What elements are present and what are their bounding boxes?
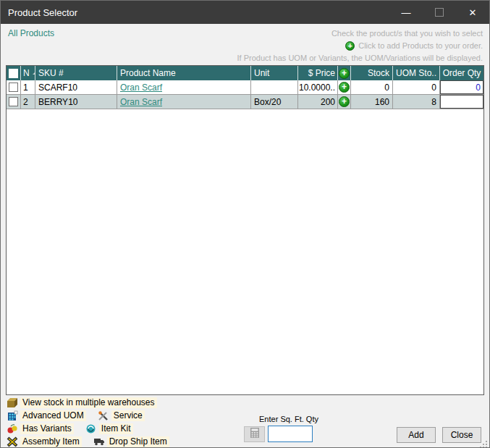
product-link[interactable]: Oran Scarf (120, 83, 162, 93)
legend-item-advanced-uom: Advanced UOM (7, 410, 86, 421)
legend-row: View stock in multiple warehouses (7, 396, 169, 409)
add-button[interactable]: Add (397, 427, 436, 443)
row-sku-cell: SCARF10 (35, 80, 117, 94)
instruction-line-2-text: Click to add Products to your order. (358, 40, 483, 52)
row-add-cell (338, 95, 351, 109)
legend-item-has-variants: Has Variants (7, 423, 74, 434)
product-link[interactable]: Oran Scarf (120, 97, 162, 107)
row-unit-cell (251, 80, 298, 94)
instruction-line-2: Click to add Products to your order. (237, 40, 483, 52)
minimize-icon: — (402, 7, 411, 18)
order-qty-input[interactable] (440, 80, 483, 94)
close-icon: ✕ (469, 7, 477, 18)
grid-header-row: N SKU # Product Name Unit $ Price Stock … (7, 66, 483, 80)
legend-label: Assembly Item (20, 436, 82, 447)
row-num-cell: 2 (21, 95, 35, 109)
row-uom-stock-cell: 0 (393, 80, 440, 94)
legend-row: Has Variants Item Kit (7, 422, 169, 435)
instruction-line-3: If Product has UOM or Variants, the UOM/… (237, 52, 483, 64)
select-all-header[interactable] (7, 66, 21, 80)
legend-label: Item Kit (99, 423, 133, 434)
column-header-add (338, 66, 351, 80)
legend-label: Service (111, 410, 145, 421)
product-grid: N SKU # Product Name Unit $ Price Stock … (6, 65, 484, 395)
row-order-qty-cell (440, 95, 483, 109)
row-order-qty-cell (440, 80, 483, 94)
row-add-cell (338, 80, 351, 94)
advanced-uom-icon (7, 410, 18, 421)
add-column-icon (339, 68, 350, 79)
has-variants-icon (7, 423, 18, 434)
legend-label: Drop Ship Item (107, 436, 169, 447)
row-num-cell: 1 (21, 80, 35, 94)
instructions-block: Check the product/s that you wish to sel… (237, 28, 483, 64)
select-all-checkbox[interactable] (9, 69, 18, 78)
assembly-item-icon (7, 436, 18, 447)
warehouse-box-icon (7, 397, 18, 408)
column-header-product-name[interactable]: Product Name (117, 66, 251, 80)
row-stock-cell: 0 (351, 80, 393, 94)
legend-label: View stock in multiple warehouses (20, 397, 157, 408)
row-price-cell: 10.0000.. (298, 80, 338, 94)
row-select-cell (7, 95, 21, 109)
row-checkbox[interactable] (9, 97, 18, 106)
drop-ship-icon (93, 436, 105, 447)
all-products-link[interactable]: All Products (8, 28, 54, 38)
maximize-button[interactable] (423, 1, 456, 24)
calculator-button[interactable] (244, 426, 265, 442)
sqft-qty-label: Enter Sq. Ft. Qty (253, 415, 325, 423)
legend-item-warehouses: View stock in multiple warehouses (7, 397, 157, 408)
legend-item-service: Service (98, 410, 145, 421)
service-icon (98, 410, 109, 421)
legend-item-item-kit: Item Kit (85, 423, 133, 434)
column-header-unit[interactable]: Unit (251, 66, 298, 80)
row-unit-cell: Box/20 (251, 95, 298, 109)
resize-grip[interactable] (480, 438, 487, 445)
row-select-cell (7, 80, 21, 94)
row-product-cell: Oran Scarf (117, 95, 251, 109)
legend: View stock in multiple warehouses Advanc… (7, 396, 169, 448)
legend-row: Assembly Item Drop Ship Item (7, 435, 169, 448)
column-header-stock[interactable]: Stock (351, 66, 393, 80)
window-title: Product Selector (1, 7, 389, 18)
add-to-order-icon[interactable] (339, 82, 350, 93)
maximize-icon (435, 8, 444, 17)
close-dialog-button[interactable]: Close (442, 427, 481, 443)
close-button[interactable]: ✕ (456, 1, 489, 24)
column-header-num[interactable]: N (21, 66, 35, 80)
column-header-price[interactable]: $ Price (298, 66, 338, 80)
calculator-icon (249, 427, 261, 441)
order-qty-input[interactable] (440, 95, 483, 109)
title-bar: Product Selector — ✕ (1, 1, 489, 24)
table-row: 2 BERRY10 Oran Scarf Box/20 200 160 8 (7, 95, 483, 109)
column-header-uom-stock[interactable]: UOM Sto.. (393, 66, 440, 80)
table-row: 1 SCARF10 Oran Scarf 10.0000.. 0 0 (7, 80, 483, 95)
row-sku-cell: BERRY10 (35, 95, 117, 109)
legend-item-assembly: Assembly Item (7, 436, 82, 447)
row-price-cell: 200 (298, 95, 338, 109)
legend-row: Advanced UOM Service (7, 409, 169, 422)
row-checkbox[interactable] (9, 83, 18, 92)
sqft-qty-input[interactable] (268, 426, 313, 442)
legend-label: Has Variants (20, 423, 74, 434)
column-header-sku[interactable]: SKU # (35, 66, 117, 80)
add-to-order-icon[interactable] (339, 96, 350, 107)
column-header-num-label: N (23, 68, 30, 78)
legend-label: Advanced UOM (20, 410, 86, 421)
row-stock-cell: 160 (351, 95, 393, 109)
minimize-button[interactable]: — (389, 1, 423, 24)
instruction-line-1: Check the product/s that you wish to sel… (237, 28, 483, 40)
item-kit-icon (85, 423, 97, 434)
legend-item-drop-ship: Drop Ship Item (93, 436, 169, 447)
add-product-icon (345, 41, 355, 51)
product-selector-dialog: Product Selector — ✕ All Products Check … (0, 0, 490, 448)
row-product-cell: Oran Scarf (117, 80, 251, 94)
column-header-order-qty[interactable]: Order Qty (440, 66, 483, 80)
row-uom-stock-cell: 8 (393, 95, 440, 109)
